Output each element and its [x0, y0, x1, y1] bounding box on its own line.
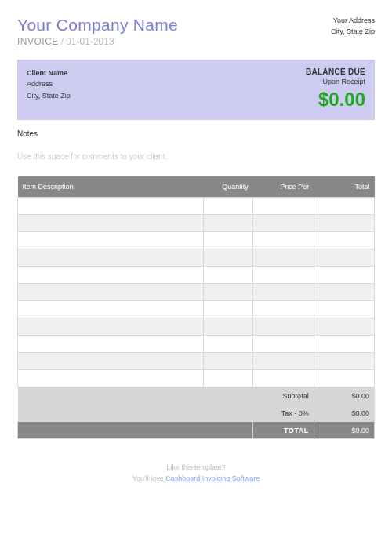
client-city-state-zip: City, State Zip	[27, 90, 71, 101]
balance-info: BALANCE DUE Upon Receipt $0.00	[306, 67, 365, 111]
col-total: Total	[314, 176, 374, 198]
invoice-separator: /	[61, 36, 64, 47]
company-name: Your Company Name	[17, 16, 178, 35]
notes-label: Notes	[17, 129, 375, 138]
client-name: Client Name	[27, 67, 71, 78]
col-quantity: Quantity	[203, 176, 253, 198]
table-row	[18, 198, 375, 215]
total-row: TOTAL $0.00	[18, 422, 375, 439]
table-row	[18, 249, 375, 267]
payment-terms: Upon Receipt	[306, 78, 365, 85]
total-value: $0.00	[314, 422, 374, 439]
client-box: Client Name Address City, State Zip BALA…	[17, 60, 375, 120]
table-row	[18, 284, 375, 301]
footer-line1: Like this template?	[17, 463, 375, 474]
invoice-line: INVOICE/01-01-2013	[17, 36, 178, 47]
table-row	[18, 318, 375, 336]
footer-prefix: You'll love	[132, 474, 165, 482]
table-row	[18, 301, 375, 318]
table-row	[18, 232, 375, 249]
footer: Like this template? You'll love Cashboar…	[17, 463, 375, 484]
invoice-date: 01-01-2013	[66, 36, 114, 47]
balance-due-label: BALANCE DUE	[306, 67, 365, 76]
tax-row: Tax - 0% $0.00	[18, 405, 375, 422]
footer-line2: You'll love Cashboard Invoicing Software	[17, 474, 375, 485]
invoice-label: INVOICE	[17, 36, 59, 47]
subtotal-row: Subtotal $0.00	[18, 387, 375, 405]
col-description: Item Description	[18, 176, 204, 198]
table-row	[18, 267, 375, 284]
col-price-per: Price Per	[253, 176, 314, 198]
balance-amount: $0.00	[306, 89, 365, 111]
client-address: Address	[27, 78, 71, 89]
total-label: TOTAL	[253, 422, 314, 439]
header-left: Your Company Name INVOICE/01-01-2013	[17, 16, 178, 47]
footer-link[interactable]: Cashboard Invoicing Software	[165, 474, 260, 482]
table-row	[18, 336, 375, 353]
line-items-table: Item Description Quantity Price Per Tota…	[17, 176, 375, 439]
your-address: Your Address	[331, 16, 375, 27]
your-city-state-zip: City, State Zip	[331, 27, 375, 38]
subtotal-label: Subtotal	[253, 387, 314, 405]
client-info: Client Name Address City, State Zip	[27, 67, 71, 111]
table-header-row: Item Description Quantity Price Per Tota…	[18, 176, 375, 198]
tax-label: Tax - 0%	[253, 405, 314, 422]
table-row	[18, 215, 375, 232]
table-row	[18, 353, 375, 370]
subtotal-value: $0.00	[314, 387, 374, 405]
table-row	[18, 370, 375, 387]
header: Your Company Name INVOICE/01-01-2013 You…	[17, 16, 375, 47]
notes-placeholder: Use this space for comments to your clie…	[17, 152, 375, 161]
sender-address: Your Address City, State Zip	[331, 16, 375, 47]
tax-value: $0.00	[314, 405, 374, 422]
